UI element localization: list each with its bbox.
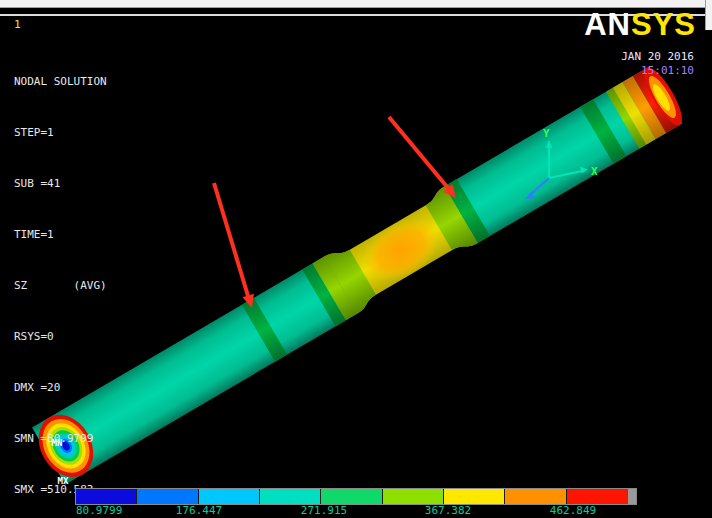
annotation-line: SZ (AVG) (14, 277, 107, 294)
annotation-line: NODAL SOLUTION (14, 73, 107, 90)
shaft-model[interactable] (28, 63, 689, 487)
stress-contour-legend (75, 488, 637, 505)
date-stamp: JAN 20 2016 (621, 50, 694, 64)
triad-y-label: Y (543, 127, 550, 140)
time-stamp: 15:01:10 (621, 64, 694, 78)
logo-text-an: AN (584, 7, 631, 42)
legend-segment (443, 489, 504, 504)
legend-segment (136, 489, 197, 504)
model-viewport[interactable]: MN MX Y X (0, 0, 712, 518)
legend-segment (76, 489, 136, 504)
logo-text-sys: SYS (631, 7, 696, 42)
legend-segment (382, 489, 443, 504)
plot-window-number: 1 (14, 18, 21, 31)
legend-value: 271.915 (301, 504, 347, 517)
legend-value: 462.849 (550, 504, 596, 517)
legend-segment (259, 489, 320, 504)
legend-segment (504, 489, 565, 504)
legend-value: 176.447 (176, 504, 222, 517)
ansys-graphics-window: MN MX Y X 1 N (0, 0, 712, 518)
neck-stress-bands (324, 186, 478, 314)
legend-segment (566, 489, 627, 504)
ansys-logo: ANSYS (584, 10, 696, 40)
stress-arrow-1 (214, 183, 254, 308)
legend-values: 80.9799 176.447 271.915 367.382 462.849 (0, 504, 712, 518)
stress-arrow-2 (389, 117, 456, 198)
legend-value: 367.382 (425, 504, 471, 517)
analysis-stamp: JAN 20 2016 15:01:10 (621, 50, 694, 78)
legend-segment (320, 489, 381, 504)
legend-value: 80.9799 (76, 504, 122, 517)
annotation-line: TIME=1 (14, 226, 107, 243)
triad-x-label: X (591, 165, 598, 178)
legend-end-cap (627, 489, 636, 504)
annotation-line: RSYS=0 (14, 328, 107, 345)
solution-annotation: NODAL SOLUTION STEP=1 SUB =41 TIME=1 SZ … (14, 39, 107, 518)
annotation-line: DMX =20 (14, 379, 107, 396)
annotation-line: SUB =41 (14, 175, 107, 192)
window-right-border (705, 0, 712, 30)
legend-segment (198, 489, 259, 504)
annotation-line: SMN =80.9799 (14, 430, 107, 447)
annotation-line: STEP=1 (14, 124, 107, 141)
